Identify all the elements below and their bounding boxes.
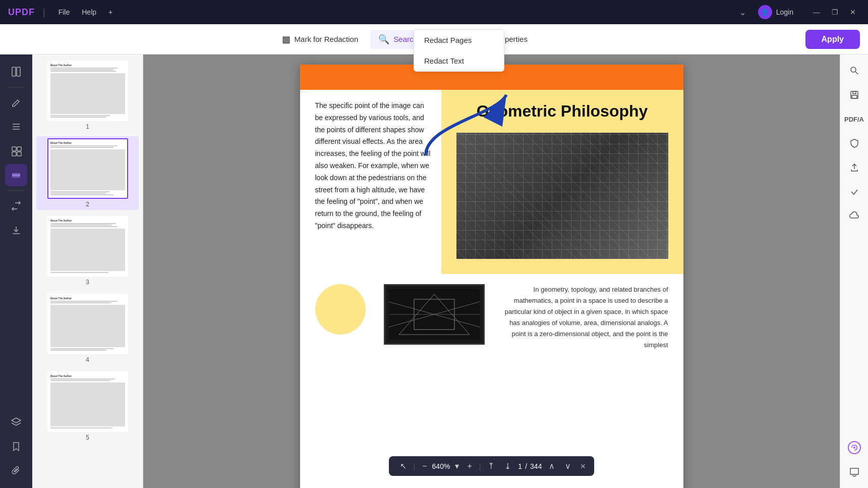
svg-line-19 [855,72,858,74]
sidebar-item-paperclip[interactable] [5,460,27,482]
bottom-geometry-svg [389,289,480,340]
thumb-frame-4: About The Author [47,294,128,354]
bottom-body-text: In geometry, topology, and related branc… [485,284,668,351]
thumb-line [50,427,112,428]
total-pages-display: 344 [530,462,542,470]
titlebar-chevron-icon[interactable]: ⌄ [735,6,750,19]
right-search-button[interactable] [844,61,864,81]
zoom-chevron-button[interactable]: ▾ [452,459,462,473]
login-label: Login [776,8,793,16]
sidebar-item-read[interactable] [5,61,27,83]
thumb-label-3: 3 [86,279,89,286]
thumb-line [50,191,110,192]
window-controls: — ❐ ✕ [809,5,860,19]
thumb-frame-2: About The Author [47,138,128,199]
sidebar-item-annotate[interactable] [5,91,27,114]
svg-rect-21 [853,91,856,94]
thumb-title-2: About The Author [50,141,125,144]
thumb-line [50,193,106,194]
thumb-frame-1: About The Author [47,61,128,121]
login-button[interactable]: 👤 Login [758,5,793,19]
bottom-left [315,284,485,351]
geometric-image [456,133,668,259]
page-right-column: Geometric Philosophy [441,90,683,274]
main-content: About The Author 1 About The Author 2 [0,55,868,488]
yellow-bottom-bar [441,259,683,274]
sidebar-item-list[interactable] [5,116,27,138]
right-save-button[interactable] [844,85,864,105]
bottom-toolbar: ↖ | − 640% ▾ + | ⤒ ⤓ 1 / 344 ∧ ∨ ✕ [389,456,595,476]
right-pdfa-button[interactable]: PDF/A [844,109,864,129]
page-separator: / [525,462,527,470]
right-cloud-button[interactable] [844,206,864,226]
menu-add[interactable]: + [103,6,118,18]
thumb-title-5: About The Author [50,374,125,377]
search-redact-icon: 🔍 [378,34,389,45]
prev-page-button[interactable]: ∧ [546,459,558,473]
sidebar-item-convert[interactable] [5,195,27,217]
sidebar-item-extract[interactable] [5,219,27,241]
sidebar-item-layers[interactable] [5,411,27,433]
redact-pages-option[interactable]: Redact Pages [414,30,504,50]
svg-rect-8 [17,152,21,156]
right-share-button[interactable] [844,157,864,178]
ai-assistant-button[interactable] [844,438,864,458]
zoom-level-display: 640% [432,462,450,470]
right-sidebar: PDF/A [840,55,868,488]
zoom-in-button[interactable]: + [464,460,475,473]
maximize-button[interactable]: ❐ [828,5,842,19]
thumbnail-1[interactable]: About The Author 1 [36,59,139,132]
thumb-line [50,71,116,72]
redact-text-option[interactable]: Redact Text [414,50,504,71]
right-check-button[interactable] [844,182,864,202]
menu-help[interactable]: Help [77,6,101,18]
svg-rect-7 [12,152,16,156]
cursor-tool-button[interactable]: ↖ [397,459,410,473]
mark-for-redaction-button[interactable]: ▩ Mark for Redaction [274,30,367,49]
close-toolbar-button[interactable]: ✕ [580,462,586,470]
thumb-label-1: 1 [86,123,89,130]
thumb-line [50,117,106,118]
thumb-line [50,380,110,381]
fit-to-bottom-button[interactable]: ⤓ [501,459,514,473]
thumb-line [50,302,111,303]
thumb-line [50,272,108,273]
mesh-pattern [456,133,668,259]
current-page-display: 1 [518,462,522,470]
sidebar-item-redact[interactable] [5,164,27,186]
page-left-column: The specific point of the image can be e… [300,90,441,274]
titlebar-separator: | [43,7,45,18]
thumbnail-4[interactable]: About The Author 4 [36,292,139,365]
yellow-bg [441,133,683,259]
thumbnail-3[interactable]: About The Author 3 [36,214,139,288]
app-logo: UPDF [8,7,35,18]
menu-file[interactable]: File [53,6,75,18]
thumb-line [50,225,112,226]
thumb-line [50,69,114,70]
thumb-image [50,73,125,114]
left-sidebar [0,55,32,488]
thumbnail-2[interactable]: About The Author 2 [36,136,139,210]
pdf-viewer: The specific point of the image can be e… [143,55,840,488]
comments-button[interactable] [844,462,864,482]
next-page-button[interactable]: ∨ [562,459,574,473]
svg-rect-5 [12,147,16,151]
thumbnail-5[interactable]: About The Author 5 [36,369,139,443]
thumb-line [50,350,106,351]
minimize-button[interactable]: — [809,5,824,19]
zoom-controls: − 640% ▾ + [419,459,475,473]
svg-point-24 [853,447,855,449]
thumb-line [50,301,118,302]
zoom-out-button[interactable]: − [419,460,430,473]
sidebar-item-pages[interactable] [5,140,27,162]
page-main-content: The specific point of the image can be e… [300,90,683,274]
sidebar-item-bookmark[interactable] [5,436,27,458]
right-protect-button[interactable] [844,133,864,153]
page-body-text: The specific point of the image can be e… [315,100,431,232]
close-button[interactable]: ✕ [846,5,860,19]
thumb-frame-5: About The Author [47,371,128,432]
thumb-image [50,229,125,271]
apply-button[interactable]: Apply [805,30,860,49]
pdfa-label: PDF/A [844,116,864,123]
fit-to-top-button[interactable]: ⤒ [485,459,497,473]
